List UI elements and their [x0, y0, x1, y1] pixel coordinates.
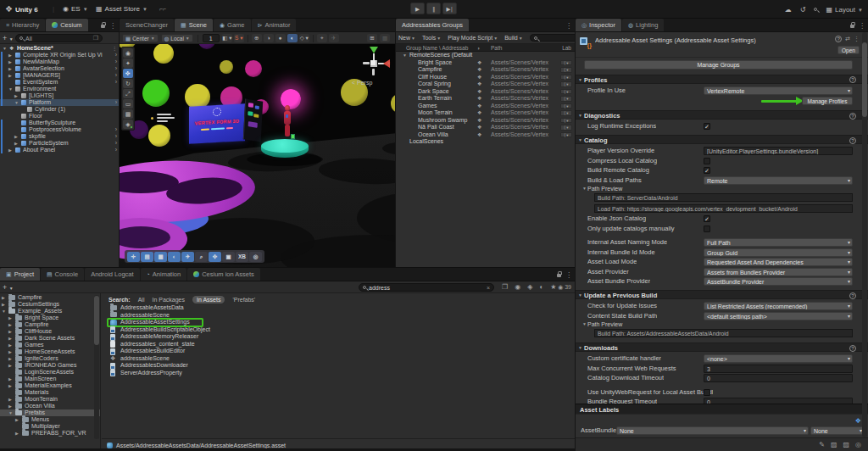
camera-overlay[interactable]: ▤: [141, 252, 153, 262]
project-folder-prefabs-for-vr[interactable]: ▶PREFABS_FOR_VR: [0, 430, 100, 437]
lock-icon[interactable]: [850, 25, 854, 28]
scene-orientation-gizmo[interactable]: x: [359, 49, 388, 78]
hierarchy-item-homescene[interactable]: ▼❖HomeScene*⋮: [0, 45, 119, 52]
pencil-icon[interactable]: ✎: [819, 441, 825, 448]
tab-cesium[interactable]: Cesium: [46, 19, 87, 31]
labels-dropdown[interactable]: ( ▾: [560, 89, 572, 95]
gizmos-overlay[interactable]: ▦: [154, 252, 167, 262]
profile-in-use-dropdown[interactable]: VertexRemote: [704, 86, 853, 95]
prefab-nav-arrow[interactable]: ›: [115, 133, 117, 140]
create-asset-button[interactable]: + ▼: [3, 283, 14, 292]
tools-dropdown[interactable]: Tools▼: [422, 35, 441, 41]
camera-preview-icon[interactable]: ▥: [380, 34, 390, 42]
fly-overlay[interactable]: ✈: [181, 252, 194, 262]
labels-dropdown[interactable]: ( ▾: [560, 132, 572, 138]
scene-viewport[interactable]: VERTEX FORM 3D x: [120, 44, 396, 267]
manage-groups-button[interactable]: Manage Groups: [584, 60, 853, 70]
hierarchy-item-lights[interactable]: ▶[LIGHTS]: [0, 92, 119, 99]
foldout-arrow[interactable]: ▶: [8, 328, 12, 335]
prefab-nav-arrow[interactable]: ›: [115, 126, 117, 133]
open-button[interactable]: Open: [837, 46, 860, 54]
foldout-arrow[interactable]: ▼: [3, 45, 7, 52]
labels-dropdown[interactable]: ( ▾: [560, 118, 572, 124]
foldout-arrow[interactable]: ▶: [8, 403, 12, 409]
account-menu[interactable]: ◉ES▼: [63, 0, 88, 19]
play-button[interactable]: ▶: [410, 3, 425, 14]
hierarchy-search-input[interactable]: All❐: [15, 34, 103, 42]
effects-toggle-icon[interactable]: ◐: [287, 34, 298, 42]
draw-mode-dropdown-icon[interactable]: ◧ ▾: [222, 34, 232, 42]
custom-certificate-handler-dropdown[interactable]: <none>: [704, 354, 853, 363]
foldout-arrow[interactable]: ▶: [8, 382, 12, 389]
new-dropdown[interactable]: New▼: [398, 35, 415, 41]
xb-overlay[interactable]: XB: [236, 252, 248, 262]
prefab-nav-arrow[interactable]: ›: [115, 99, 117, 106]
hierarchy-item-skpfile[interactable]: ▶skpfile›: [0, 133, 119, 140]
inspector-scrollbar-thumb[interactable]: [862, 42, 867, 117]
prefab-nav-arrow[interactable]: ›: [115, 65, 117, 72]
catalog-download-timeout-field[interactable]: 0: [704, 374, 853, 382]
lock-icon[interactable]: [101, 25, 105, 28]
result-addressablescene[interactable]: ❖addressableScene: [107, 355, 571, 363]
prefab-nav-arrow[interactable]: ›: [115, 140, 117, 147]
asset-bundle-dropdown[interactable]: None: [616, 426, 809, 435]
help-icon[interactable]: ?: [849, 137, 856, 144]
foldout-arrow[interactable]: ▼: [8, 86, 13, 92]
column-group-name[interactable]: Group Name \ Addressab: [406, 44, 468, 52]
project-pane-divider[interactable]: [100, 293, 101, 451]
tab-inspector[interactable]: ◎Inspector: [576, 19, 621, 31]
labels-dropdown[interactable]: ( ▾: [560, 125, 572, 131]
foldout-arrow[interactable]: ▶: [15, 430, 19, 437]
foldout-arrow[interactable]: ▶: [14, 140, 18, 147]
filter-icon[interactable]: ❐: [93, 35, 98, 42]
move-overlay[interactable]: ✜: [209, 252, 221, 262]
section-catalog[interactable]: ▼Catalog?: [576, 135, 868, 144]
foldout-arrow[interactable]: ▶: [8, 65, 12, 72]
content-state-build-path-dropdown[interactable]: <default settings path>: [704, 312, 853, 320]
kebab-icon[interactable]: ⋮: [109, 22, 116, 30]
column-notify-icon[interactable]: ◗: [477, 44, 481, 52]
snap-increment-field[interactable]: 1: [203, 34, 220, 42]
section-update-a-previous-build[interactable]: ▼Update a Previous Build?: [576, 290, 868, 299]
add-object-button[interactable]: + ▼: [3, 34, 14, 42]
hierarchy-item-avatarselection[interactable]: ▶AvatarSelection›: [0, 65, 119, 72]
labels-dropdown[interactable]: ( ▾: [560, 81, 572, 87]
column-path[interactable]: Path: [491, 44, 502, 52]
labels-dropdown[interactable]: ( ▾: [560, 110, 572, 116]
hand-tool[interactable]: ✦: [123, 58, 133, 68]
addressables-row-n-pali-coast[interactable]: Nā Pali Coast❖Assets/Scenes/Vertex( ▾: [396, 124, 575, 131]
half-icon[interactable]: ◐: [539, 283, 543, 291]
hierarchy-item-platform[interactable]: ▼Platform›: [0, 99, 119, 106]
asset-bundle-variant-dropdown[interactable]: None: [810, 426, 865, 435]
hierarchy-item-cylinder-1[interactable]: Cylinder (1): [0, 106, 119, 113]
label-tag-icon[interactable]: ❖: [855, 417, 861, 425]
fly-toggle-icon[interactable]: ✈: [329, 34, 339, 42]
internal-asset-naming-mode-dropdown[interactable]: Full Path: [704, 238, 853, 247]
foldout-arrow[interactable]: ▶: [8, 342, 12, 348]
addressables-row-localscenes[interactable]: LocalScenes: [396, 138, 575, 146]
label-icon[interactable]: ◈: [527, 283, 532, 291]
only-update-catalogs-manually-checkbox[interactable]: [704, 226, 710, 232]
prefab-nav-arrow[interactable]: ›: [115, 58, 117, 65]
result-serveraddressproperty[interactable]: ServerAddressProperty: [107, 370, 571, 377]
foldout-arrow[interactable]: ▶: [8, 376, 12, 382]
presets-icon[interactable]: ⇄: [845, 36, 850, 42]
foldout-arrow[interactable]: ▶: [8, 355, 12, 362]
help-icon[interactable]: ?: [849, 345, 856, 352]
enable-json-catalog-checkbox[interactable]: ✓: [704, 215, 710, 222]
project-folder-cesiumsettings[interactable]: ▶CesiumSettings: [0, 301, 100, 308]
section-profiles[interactable]: ▼Profiles?: [576, 75, 868, 84]
compress-local-catalog-checkbox[interactable]: [704, 158, 710, 164]
user-icon[interactable]: ◉: [515, 283, 520, 291]
project-folder-prefabs[interactable]: ▼Prefabs: [0, 409, 100, 416]
play-mode-script-dropdown[interactable]: Play Mode Script▼: [448, 35, 498, 41]
prefab-nav-arrow[interactable]: ›: [115, 147, 117, 153]
rect-tool[interactable]: ▭: [123, 99, 133, 109]
gizmos-toggle-icon[interactable]: ⌖: [317, 34, 327, 42]
foldout-arrow[interactable]: ▶: [2, 301, 5, 308]
asset-bundle-provider-dropdown[interactable]: AssetBundle Provider: [704, 277, 853, 286]
search-overlay[interactable]: ⌕: [195, 252, 208, 262]
bundle-icon[interactable]: ▨: [843, 441, 849, 448]
foldout-path-preview[interactable]: ▼Path Preview: [576, 185, 868, 192]
hierarchy-item-eventsystem[interactable]: EventSystem›: [0, 79, 119, 86]
